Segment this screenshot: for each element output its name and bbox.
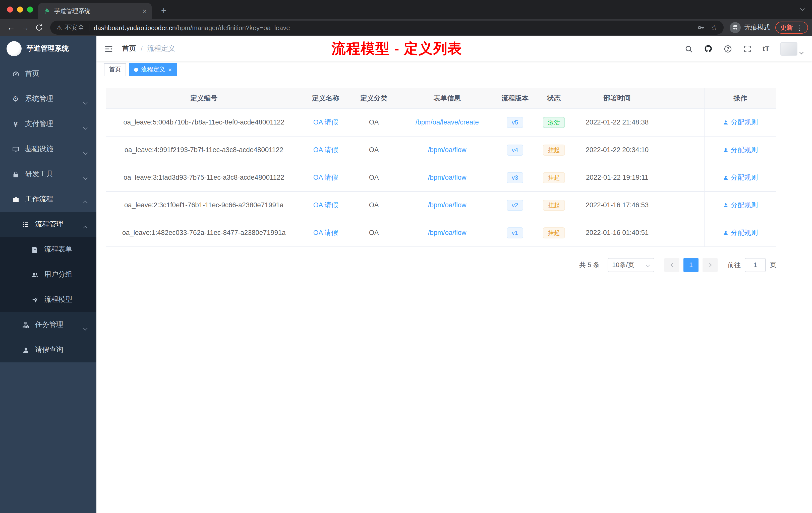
- goto-label: 前往: [728, 260, 741, 269]
- minimize-window-button[interactable]: [17, 6, 23, 12]
- yen-icon: ¥: [10, 120, 21, 128]
- user-icon: [723, 119, 729, 125]
- tree-icon: [20, 321, 31, 329]
- sidebar-collapse-button[interactable]: [96, 36, 121, 61]
- form-link[interactable]: /bpm/oa/flow: [428, 146, 466, 154]
- close-window-button[interactable]: [7, 6, 13, 12]
- col-definition-category: 定义分类: [349, 88, 398, 109]
- send-icon: [29, 296, 40, 303]
- assign-rule-link[interactable]: 分配规则: [723, 145, 758, 154]
- version-tag: v4: [507, 144, 523, 155]
- col-process-version: 流程版本: [496, 88, 534, 109]
- github-icon[interactable]: [704, 44, 713, 53]
- chevron-right-icon: [707, 263, 712, 267]
- zoom-window-button[interactable]: [27, 6, 33, 12]
- tag-label: 首页: [109, 65, 121, 74]
- assign-rule-link[interactable]: 分配规则: [723, 228, 758, 237]
- tag-label: 流程定义: [141, 65, 165, 74]
- sidebar-item-label: 请假查询: [35, 345, 63, 354]
- assign-rule-link[interactable]: 分配规则: [723, 173, 758, 182]
- font-size-icon[interactable]: tT: [763, 45, 769, 53]
- sidebar-item-workflow[interactable]: 工作流程: [0, 187, 96, 212]
- tag-process-definition[interactable]: 流程定义 ×: [129, 63, 177, 76]
- user-icon: [20, 346, 31, 354]
- breadcrumb-separator: /: [141, 45, 143, 53]
- definition-name-link[interactable]: OA 请假: [313, 146, 338, 153]
- browser-toolbar: ← → ⚠ 不安全 dashboard.yudao.iocoder.cn /bp…: [0, 19, 812, 36]
- back-button[interactable]: ←: [4, 21, 18, 35]
- sidebar-item-process-management[interactable]: 流程管理: [0, 212, 96, 237]
- sidebar-item-leave-query[interactable]: 请假查询: [0, 337, 96, 362]
- col-definition-id: 定义编号: [106, 88, 302, 109]
- search-icon[interactable]: [685, 44, 693, 53]
- form-link[interactable]: /bpm/oa/leave/create: [415, 118, 479, 126]
- sidebar-item-devtools[interactable]: 研发工具: [0, 162, 96, 187]
- sidebar-item-payment[interactable]: ¥ 支付管理: [0, 112, 96, 137]
- fullscreen-icon[interactable]: [743, 44, 752, 53]
- form-link[interactable]: /bpm/oa/flow: [428, 229, 466, 236]
- chevron-up-icon: [84, 223, 87, 231]
- page-size-select[interactable]: 10条/页: [608, 258, 654, 272]
- col-form-info: 表单信息: [398, 88, 496, 109]
- breadcrumb-home[interactable]: 首页: [122, 44, 136, 53]
- forward-button[interactable]: →: [18, 21, 32, 35]
- reload-button[interactable]: [32, 21, 46, 35]
- chevron-down-icon: [84, 97, 87, 105]
- definition-name-link[interactable]: OA 请假: [313, 174, 338, 181]
- tab-close-icon[interactable]: ×: [143, 7, 147, 14]
- form-link[interactable]: /bpm/oa/flow: [428, 174, 466, 181]
- version-tag: v1: [507, 227, 523, 238]
- url-path: /bpm/manager/definition?key=oa_leave: [176, 24, 290, 31]
- pagination-total: 共 5 条: [579, 260, 600, 269]
- tags-view-bar: 首页 流程定义 ×: [96, 61, 812, 78]
- cell-definition-id: oa_leave:3:1fad3d93-7b75-11ec-a3c8-acde4…: [106, 163, 302, 191]
- chevron-down-icon[interactable]: [801, 6, 805, 11]
- password-key-icon[interactable]: [697, 24, 705, 32]
- help-icon[interactable]: [724, 44, 732, 53]
- chevron-left-icon: [671, 263, 675, 267]
- user-icon: [723, 175, 729, 180]
- monitor-icon: [10, 145, 21, 153]
- assign-rule-link[interactable]: 分配规则: [723, 118, 758, 127]
- cell-category: OA: [349, 136, 398, 163]
- tag-home[interactable]: 首页: [104, 63, 126, 76]
- browser-tab[interactable]: 芋道管理系统 ×: [38, 3, 152, 19]
- browser-update-menu-button[interactable]: 更新 ⋮: [775, 22, 808, 34]
- next-page-button[interactable]: [702, 258, 718, 272]
- sidebar-item-process-model[interactable]: 流程模型: [0, 287, 96, 312]
- avatar: [780, 42, 798, 56]
- prev-page-button[interactable]: [664, 258, 679, 272]
- goto-page-input[interactable]: [745, 258, 766, 272]
- page-number-1[interactable]: 1: [684, 258, 698, 272]
- favicon: [43, 7, 50, 14]
- dashboard-icon: [10, 70, 21, 78]
- address-bar[interactable]: ⚠ 不安全 dashboard.yudao.iocoder.cn /bpm/ma…: [50, 21, 724, 35]
- new-tab-button[interactable]: +: [158, 5, 170, 17]
- security-label[interactable]: 不安全: [64, 23, 84, 32]
- user-avatar-menu[interactable]: [780, 42, 803, 56]
- sidebar-item-infrastructure[interactable]: 基础设施: [0, 137, 96, 162]
- sidebar-item-system[interactable]: ⚙ 系统管理: [0, 86, 96, 112]
- list-icon: [20, 221, 31, 228]
- sidebar-item-label: 首页: [25, 69, 39, 78]
- chevron-down-icon: [84, 323, 87, 331]
- sidebar-item-user-group[interactable]: 用户分组: [0, 262, 96, 287]
- briefcase-icon: [10, 195, 21, 203]
- sidebar-item-label: 研发工具: [25, 170, 53, 179]
- assign-rule-link[interactable]: 分配规则: [723, 201, 758, 210]
- tag-close-icon[interactable]: ×: [168, 66, 172, 72]
- version-tag: v2: [507, 200, 523, 211]
- bookmark-star-icon[interactable]: ☆: [711, 23, 718, 32]
- lock-icon: [10, 171, 21, 178]
- user-icon: [723, 202, 729, 208]
- form-link[interactable]: /bpm/oa/flow: [428, 201, 466, 209]
- cell-definition-id: oa_leave:5:004b710b-7b8a-11ec-8ef0-acde4…: [106, 109, 302, 136]
- definition-name-link[interactable]: OA 请假: [313, 229, 338, 236]
- sidebar-item-process-form[interactable]: 流程表单: [0, 237, 96, 262]
- table-row: oa_leave:1:482ec033-762a-11ec-8477-a2380…: [106, 219, 776, 246]
- definition-name-link[interactable]: OA 请假: [313, 201, 338, 209]
- sidebar-item-task-management[interactable]: 任务管理: [0, 312, 96, 337]
- definition-name-link[interactable]: OA 请假: [313, 118, 338, 126]
- status-badge: 挂起: [543, 227, 565, 238]
- sidebar-item-home[interactable]: 首页: [0, 61, 96, 86]
